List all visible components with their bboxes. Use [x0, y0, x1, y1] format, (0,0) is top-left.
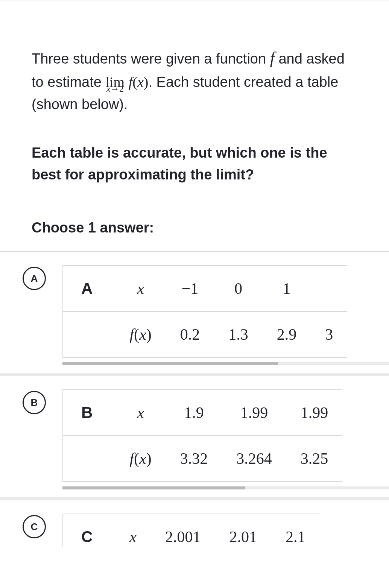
cell-x: −1 [166, 266, 214, 311]
row-header-x: x [115, 514, 151, 547]
cell-fx: 3 [311, 311, 347, 357]
choice-b-content: B x 1.9 1.99 1.99 f(x) 3.32 3.264 3.25 [62, 389, 389, 497]
choice-c-letter: C [31, 521, 38, 533]
choice-c-table: C x 2.001 2.01 2.1 [62, 514, 320, 547]
limit-fn: f(x) [129, 74, 149, 90]
table-b-blank [63, 436, 115, 482]
cell-fx: 1.3 [214, 311, 263, 357]
choice-a-radio[interactable]: A [23, 267, 46, 290]
table-a-label: A [63, 266, 115, 311]
choice-b-scroll-thumb[interactable] [62, 486, 245, 489]
question-prompt-2: Each table is accurate, but which one is… [32, 142, 357, 186]
row-header-x: x [115, 390, 166, 436]
row-header-fx: f(x) [115, 311, 166, 357]
cell-x: 2.01 [215, 514, 272, 547]
cell-fx: 0.2 [166, 311, 214, 357]
limit-sub-val: 2 [119, 84, 124, 94]
choice-a-content: A x −1 0 1 f(x) 0.2 1.3 2.9 3 [62, 265, 389, 373]
fx-f: f [129, 450, 134, 467]
limit-fn-arg: x [137, 74, 144, 90]
cell-x: 1.99 [222, 390, 286, 436]
cell-x: 1.99 [286, 390, 343, 436]
choose-label: Choose 1 answer: [32, 220, 357, 236]
limit-subscript: x→2 [105, 82, 125, 96]
choice-c[interactable]: C C x 2.001 2.01 2.1 [0, 497, 389, 547]
question-prompt: Three students were given a function f a… [32, 46, 357, 115]
row-header-x: x [115, 266, 166, 311]
question-body: Three students were given a function f a… [0, 46, 389, 236]
choice-c-content: C x 2.001 2.01 2.1 [62, 514, 389, 547]
table-a-blank [63, 311, 115, 357]
choice-a[interactable]: A A x −1 0 1 f(x) 0.2 1.3 2.9 3 [0, 252, 389, 373]
answer-choices: A A x −1 0 1 f(x) 0.2 1.3 2.9 3 [0, 251, 389, 547]
choice-c-radio[interactable]: C [23, 515, 46, 538]
cell-x: 0 [214, 266, 263, 311]
choice-b[interactable]: B B x 1.9 1.99 1.99 f(x) 3.32 3.264 3.25 [0, 373, 389, 497]
limit-sub-arrow: → [110, 84, 119, 94]
cell-fx: 3.264 [222, 436, 286, 482]
choice-b-radio[interactable]: B [23, 391, 46, 414]
table-b-label: B [63, 390, 115, 436]
choice-b-scrollbar[interactable] [62, 486, 389, 489]
limit-expression: limx→2 [105, 71, 125, 93]
fx-f: f [129, 326, 134, 343]
choice-a-letter: A [31, 273, 38, 284]
function-symbol: f [270, 49, 275, 67]
cell-fx: 2.9 [263, 311, 311, 357]
fx-x: x [139, 326, 146, 343]
choice-a-table: A x −1 0 1 f(x) 0.2 1.3 2.9 3 [62, 265, 347, 358]
cell-x: 1.9 [166, 390, 222, 436]
limit-sub-var: x [106, 84, 110, 94]
cell-fx: 3.25 [286, 436, 343, 482]
cell-x: 2.001 [151, 514, 215, 547]
fx-x: x [139, 450, 146, 467]
choice-b-letter: B [31, 397, 38, 409]
choice-b-table: B x 1.9 1.99 1.99 f(x) 3.32 3.264 3.25 [62, 389, 342, 482]
choice-a-scroll-thumb[interactable] [62, 362, 278, 365]
prompt-text-1: Three students were given a function [32, 51, 270, 67]
top-divider [0, 0, 389, 0]
table-c-label: C [63, 514, 115, 547]
cell-x: 2.1 [271, 514, 320, 547]
limit-fn-f: f [129, 74, 133, 90]
cell-x: 1 [263, 266, 311, 311]
choice-a-scrollbar[interactable] [62, 362, 389, 365]
cell-x [311, 266, 347, 311]
row-header-fx: f(x) [115, 436, 166, 482]
cell-fx: 3.32 [166, 436, 222, 482]
